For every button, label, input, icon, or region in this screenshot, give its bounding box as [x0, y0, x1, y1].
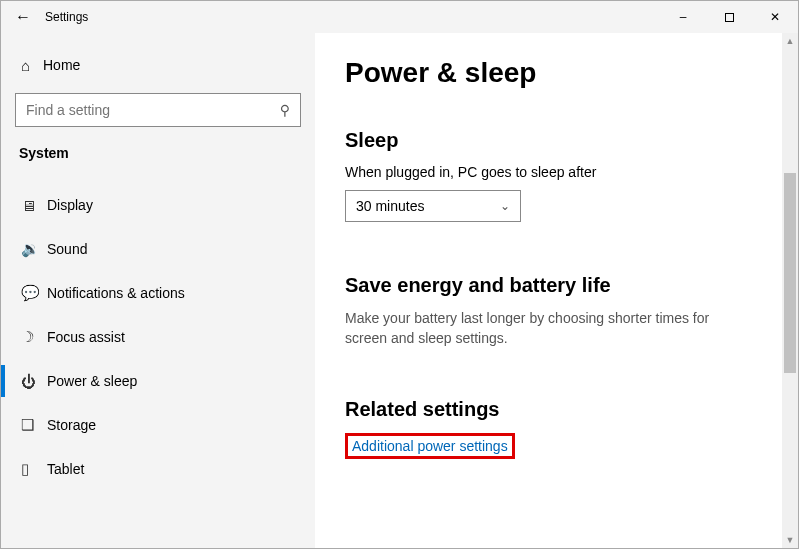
chevron-down-icon: ⌄ — [500, 199, 510, 213]
maximize-icon — [725, 13, 734, 22]
titlebar: ← Settings – ✕ — [1, 1, 798, 33]
scroll-down-button[interactable]: ▼ — [782, 532, 798, 548]
sidebar-item-label: Tablet — [47, 461, 84, 477]
page-title: Power & sleep — [345, 57, 768, 89]
additional-power-settings-link[interactable]: Additional power settings — [352, 438, 508, 454]
display-icon: 🖥 — [21, 197, 47, 214]
home-label: Home — [43, 57, 80, 73]
maximize-button[interactable] — [706, 1, 752, 33]
sidebar-item-notifications[interactable]: 💬 Notifications & actions — [15, 271, 301, 315]
sleep-timeout-select[interactable]: 30 minutes ⌄ — [345, 190, 521, 222]
close-button[interactable]: ✕ — [752, 1, 798, 33]
home-nav[interactable]: ⌂ Home — [15, 47, 301, 83]
sidebar-item-label: Power & sleep — [47, 373, 137, 389]
minimize-button[interactable]: – — [660, 1, 706, 33]
scrollbar[interactable]: ▲ ▼ — [782, 33, 798, 548]
sidebar-item-storage[interactable]: ❑ Storage — [15, 403, 301, 447]
back-arrow-icon: ← — [15, 8, 31, 26]
home-icon: ⌂ — [21, 57, 43, 74]
sleep-field-label: When plugged in, PC goes to sleep after — [345, 164, 768, 180]
storage-icon: ❑ — [21, 416, 47, 434]
sidebar-item-label: Storage — [47, 417, 96, 433]
close-icon: ✕ — [770, 10, 780, 24]
minimize-icon: – — [680, 10, 687, 24]
focus-assist-icon: ☽ — [21, 328, 47, 346]
sleep-heading: Sleep — [345, 129, 768, 152]
power-icon: ⏻ — [21, 373, 47, 390]
energy-heading: Save energy and battery life — [345, 274, 768, 297]
sound-icon: 🔉 — [21, 240, 47, 258]
link-highlight-box: Additional power settings — [345, 433, 515, 459]
window-title: Settings — [45, 10, 88, 24]
category-header: System — [15, 145, 301, 161]
sidebar-item-tablet[interactable]: ▯ Tablet — [15, 447, 301, 491]
scroll-thumb[interactable] — [784, 173, 796, 373]
sidebar-item-power-sleep[interactable]: ⏻ Power & sleep — [15, 359, 301, 403]
search-input[interactable] — [26, 102, 280, 118]
sleep-timeout-value: 30 minutes — [356, 198, 500, 214]
content-area: ⌂ Home ⚲ System 🖥 Display 🔉 Sound 💬 — [1, 33, 798, 548]
sidebar-item-display[interactable]: 🖥 Display — [15, 183, 301, 227]
window-controls: – ✕ — [660, 1, 798, 33]
sidebar-item-label: Display — [47, 197, 93, 213]
notifications-icon: 💬 — [21, 284, 47, 302]
settings-window: ← Settings – ✕ ⌂ Home ⚲ System — [0, 0, 799, 549]
tablet-icon: ▯ — [21, 460, 47, 478]
energy-description: Make your battery last longer by choosin… — [345, 309, 745, 348]
related-heading: Related settings — [345, 398, 768, 421]
main-pane: Power & sleep Sleep When plugged in, PC … — [315, 33, 798, 548]
sidebar-item-label: Sound — [47, 241, 87, 257]
sidebar-item-label: Focus assist — [47, 329, 125, 345]
sidebar: ⌂ Home ⚲ System 🖥 Display 🔉 Sound 💬 — [1, 33, 315, 548]
back-button[interactable]: ← — [7, 1, 39, 33]
sidebar-item-label: Notifications & actions — [47, 285, 185, 301]
sidebar-item-focus-assist[interactable]: ☽ Focus assist — [15, 315, 301, 359]
sidebar-item-sound[interactable]: 🔉 Sound — [15, 227, 301, 271]
scroll-up-button[interactable]: ▲ — [782, 33, 798, 49]
search-box[interactable]: ⚲ — [15, 93, 301, 127]
search-icon: ⚲ — [280, 102, 290, 118]
nav-list: 🖥 Display 🔉 Sound 💬 Notifications & acti… — [15, 183, 301, 491]
